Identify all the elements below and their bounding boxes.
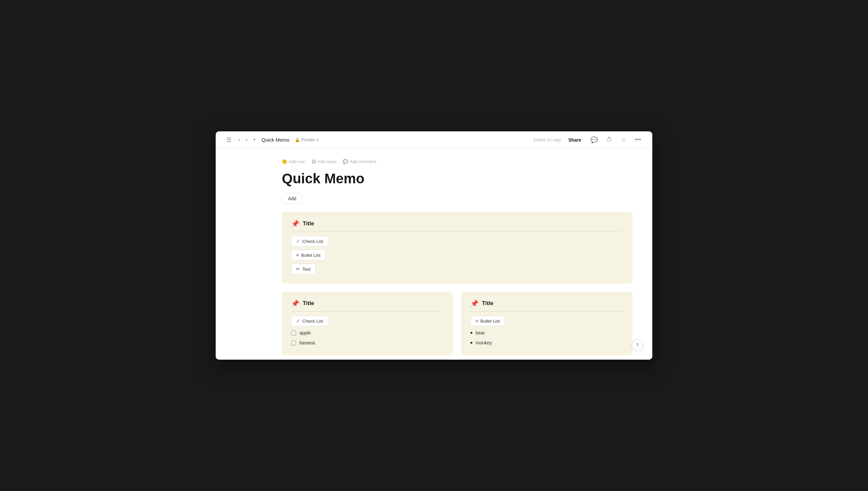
bullet-item-monkey: monkey <box>470 340 623 346</box>
topbar-left: ☰ ‹ › + Quick Memo 🔒 Private ∨ <box>225 135 533 145</box>
page-title-nav-label: Quick Memo <box>262 137 290 143</box>
card2: 📌 Title ✓ Check List apple <box>282 291 453 355</box>
add-cover-label: Add cover <box>318 159 337 164</box>
bullet-dot-monkey <box>470 342 472 344</box>
pin-icon-3: 📌 <box>470 299 479 307</box>
app-window: ☰ ‹ › + Quick Memo 🔒 Private ∨ Edited 1m… <box>216 132 652 359</box>
text-icon: ✏ <box>296 266 300 272</box>
menu-icon[interactable]: ☰ <box>225 135 233 145</box>
checklist-option-label: Check List <box>302 239 323 244</box>
help-button[interactable]: ? <box>632 339 643 350</box>
comment-icon: 💬 <box>343 159 348 164</box>
add-icon-button[interactable]: 🙂 Add icon <box>282 158 306 165</box>
comment-button[interactable]: 💬 <box>589 135 600 145</box>
bullet-monkey-label: monkey <box>476 340 492 345</box>
page-actions-row: 🙂 Add icon 🖼 Add cover 💬 Add comment <box>282 158 632 165</box>
card-row: 📌 Title ✓ Check List apple <box>282 291 632 355</box>
privacy-selector[interactable]: 🔒 Private ∨ <box>293 137 321 143</box>
card3-bulletlist-label: Bullet List <box>480 319 500 324</box>
add-cover-button[interactable]: 🖼 Add cover <box>311 158 337 165</box>
lock-icon: 🔒 <box>295 137 300 142</box>
topbar-right: Edited 1m ago Share 💬 ⏱ ☆ ••• <box>533 135 643 145</box>
card2-body: ✓ Check List apple banana <box>291 316 444 346</box>
add-icon-label: Add icon <box>289 159 306 164</box>
bulletlist-icon-2: ≡ <box>475 318 478 324</box>
card-full: 📌 Title ✓ Check List ≡ Bullet List ✏ Tex… <box>282 212 632 284</box>
back-button[interactable]: ‹ <box>236 135 242 145</box>
forward-button[interactable]: › <box>243 135 249 145</box>
card3-bulletlist-button[interactable]: ≡ Bullet List <box>470 316 505 326</box>
text-option-label: Text <box>302 267 310 272</box>
checklist-option-button[interactable]: ✓ Check List <box>291 236 328 247</box>
main-content: 🙂 Add icon 🖼 Add cover 💬 Add comment Qui… <box>216 149 652 359</box>
topbar: ☰ ‹ › + Quick Memo 🔒 Private ∨ Edited 1m… <box>216 132 652 149</box>
history-button[interactable]: ⏱ <box>604 135 614 145</box>
bulletlist-option-button[interactable]: ≡ Bullet List <box>291 250 326 260</box>
cards-section: 📌 Title ✓ Check List ≡ Bullet List ✏ Tex… <box>282 212 632 355</box>
bullet-dot-bear <box>470 332 472 334</box>
share-button[interactable]: Share <box>566 136 584 144</box>
emoji-icon: 🙂 <box>282 159 287 164</box>
checkbox-item-banana: banana <box>291 340 444 346</box>
bullet-item-bear: bear <box>470 329 623 336</box>
checkbox-apple[interactable] <box>291 330 296 336</box>
checkbox-banana-label: banana <box>299 340 315 345</box>
card1-header: 📌 Title <box>291 220 623 232</box>
text-option-button[interactable]: ✏ Text <box>291 264 316 274</box>
bulletlist-icon: ≡ <box>296 253 299 258</box>
more-button[interactable]: ••• <box>633 135 643 145</box>
add-button[interactable]: Add <box>282 193 303 204</box>
favorite-button[interactable]: ☆ <box>619 135 628 145</box>
checkbox-banana[interactable] <box>291 341 296 345</box>
card2-checklist-label: Check List <box>302 319 323 324</box>
bulletlist-option-label: Bullet List <box>301 253 321 258</box>
nav-buttons: ‹ › + <box>236 135 258 145</box>
new-page-button[interactable]: + <box>251 135 258 145</box>
card3: 📌 Title ≡ Bullet List bear <box>461 291 632 355</box>
card3-header: 📌 Title <box>470 299 623 312</box>
card3-body: ≡ Bullet List bear monkey <box>470 316 623 346</box>
edited-timestamp: Edited 1m ago <box>533 137 561 142</box>
check-icon: ✓ <box>296 238 300 244</box>
card3-title: Title <box>482 300 493 307</box>
check-icon-2: ✓ <box>296 318 300 324</box>
pin-icon-2: 📌 <box>291 299 299 307</box>
breadcrumb: Quick Memo <box>262 137 290 143</box>
chevron-down-icon: ∨ <box>316 137 319 142</box>
card1-title: Title <box>303 220 314 227</box>
card2-header: 📌 Title <box>291 299 444 312</box>
card2-checklist-button[interactable]: ✓ Check List <box>291 316 328 326</box>
add-comment-button[interactable]: 💬 Add comment <box>343 158 376 165</box>
card2-title: Title <box>303 300 314 307</box>
pin-icon: 📌 <box>291 220 299 228</box>
card1-body: ✓ Check List ≡ Bullet List ✏ Text <box>291 236 623 274</box>
image-icon: 🖼 <box>311 159 316 164</box>
bullet-bear-label: bear <box>476 330 485 336</box>
checkbox-apple-label: apple <box>299 330 310 336</box>
checkbox-item-apple: apple <box>291 329 444 336</box>
add-comment-label: Add comment <box>350 159 376 164</box>
page-title: Quick Memo <box>282 171 632 186</box>
privacy-label: Private <box>301 137 315 142</box>
